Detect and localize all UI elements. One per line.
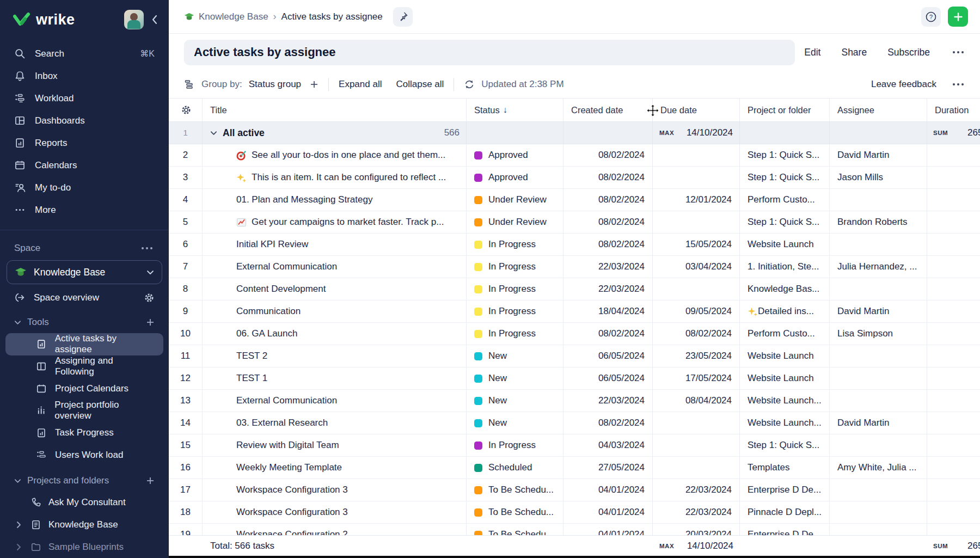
table-row[interactable]: 2 See all your to-dos in one place and g… bbox=[169, 144, 980, 167]
task-created-date-cell[interactable]: 04/01/2024 bbox=[564, 479, 653, 501]
task-assignee-cell[interactable] bbox=[830, 390, 927, 412]
task-duration-cell[interactable] bbox=[927, 234, 980, 256]
task-status-cell[interactable]: To Be Schedu... bbox=[467, 501, 564, 524]
user-avatar[interactable] bbox=[124, 10, 144, 29]
task-assignee-cell[interactable]: David Martin bbox=[830, 301, 927, 323]
sidebar-item-sample-blueprints[interactable]: Sample Blueprints bbox=[0, 536, 169, 558]
task-assignee-cell[interactable]: David Martin bbox=[830, 144, 927, 167]
task-due-date-cell[interactable]: 08/02/2024 bbox=[653, 323, 740, 345]
task-title-cell[interactable]: Initial KPI Review bbox=[203, 234, 467, 256]
report-title-input[interactable]: Active tasks by assignee bbox=[184, 40, 795, 65]
task-status-cell[interactable]: New bbox=[467, 345, 564, 367]
sidebar-item-search[interactable]: Search ⌘K bbox=[0, 42, 169, 65]
sidebar-item-task-progress[interactable]: Task Progress bbox=[5, 422, 163, 444]
task-duration-cell[interactable] bbox=[927, 167, 980, 189]
task-title-cell[interactable]: 03. External Research bbox=[203, 412, 467, 434]
chevron-right-icon[interactable] bbox=[16, 521, 21, 529]
leave-feedback-button[interactable]: Leave feedback bbox=[871, 79, 936, 90]
task-due-date-cell[interactable] bbox=[653, 412, 740, 434]
table-settings-cell[interactable] bbox=[169, 99, 203, 121]
task-project-cell[interactable]: Step 1: Quick S... bbox=[740, 167, 830, 189]
task-created-date-cell[interactable]: 06/05/2024 bbox=[564, 345, 653, 367]
task-project-cell[interactable]: Templates bbox=[740, 457, 830, 479]
task-project-cell[interactable]: Step 1: Quick S... bbox=[740, 211, 830, 234]
sidebar-item-active-tasks-by-assignee[interactable]: Active tasks by assignee bbox=[5, 333, 163, 355]
task-duration-cell[interactable] bbox=[927, 144, 980, 167]
task-assignee-cell[interactable] bbox=[830, 234, 927, 256]
pin-button[interactable] bbox=[393, 7, 413, 27]
task-assignee-cell[interactable] bbox=[830, 367, 927, 390]
task-assignee-cell[interactable] bbox=[830, 479, 927, 501]
sidebar-item-assigning-and-following[interactable]: Assigning and Following bbox=[5, 355, 163, 378]
task-due-date-cell[interactable]: 08/04/2024 bbox=[653, 390, 740, 412]
task-status-cell[interactable]: In Progress bbox=[467, 301, 564, 323]
task-assignee-cell[interactable]: Brandon Roberts bbox=[830, 211, 927, 234]
column-header-title[interactable]: Title bbox=[203, 99, 467, 121]
refresh-icon[interactable] bbox=[464, 79, 475, 90]
sidebar-item-more[interactable]: More bbox=[0, 199, 169, 221]
task-status-cell[interactable]: Under Review bbox=[467, 189, 564, 211]
task-duration-cell[interactable] bbox=[927, 345, 980, 367]
title-more-menu-icon[interactable] bbox=[951, 49, 966, 56]
task-created-date-cell[interactable]: 27/05/2024 bbox=[564, 457, 653, 479]
column-header-created-date[interactable]: Created date bbox=[564, 99, 653, 121]
task-due-date-cell[interactable] bbox=[653, 211, 740, 234]
task-status-cell[interactable]: In Progress bbox=[467, 323, 564, 345]
sidebar-item-reports[interactable]: Reports bbox=[0, 132, 169, 154]
breadcrumb-space-link[interactable]: Knowledge Base bbox=[184, 11, 268, 22]
task-status-cell[interactable]: In Progress bbox=[467, 278, 564, 301]
task-project-cell[interactable]: Enterprise D De... bbox=[740, 479, 830, 501]
table-row[interactable]: 3 This is an item. It can be configured … bbox=[169, 167, 980, 189]
table-row[interactable]: 9 Communication In Progress 18/04/2024 0… bbox=[169, 301, 980, 323]
table-row[interactable]: 10 06. GA Launch In Progress 08/02/2024 … bbox=[169, 323, 980, 345]
sidebar-item-project-calendars[interactable]: Project Calendars bbox=[5, 377, 163, 400]
task-title-cell[interactable]: Content Development bbox=[203, 278, 467, 301]
task-assignee-cell[interactable]: Lisa Simpson bbox=[830, 323, 927, 345]
task-created-date-cell[interactable]: 18/04/2024 bbox=[564, 301, 653, 323]
task-due-date-cell[interactable] bbox=[653, 457, 740, 479]
task-status-cell[interactable]: Under Review bbox=[467, 211, 564, 234]
task-duration-cell[interactable] bbox=[927, 412, 980, 434]
toolbar-more-menu-icon[interactable] bbox=[951, 81, 966, 88]
column-header-assignee[interactable]: Assignee bbox=[830, 99, 927, 121]
help-button[interactable]: ? bbox=[921, 7, 941, 27]
task-project-cell[interactable]: Website Launch bbox=[740, 345, 830, 367]
table-row[interactable]: 12 TEST 1 New 06/05/2024 17/05/2024 Webs… bbox=[169, 367, 980, 390]
column-header-status[interactable]: Status↓ bbox=[467, 99, 564, 121]
task-created-date-cell[interactable]: 08/02/2024 bbox=[564, 144, 653, 167]
task-assignee-cell[interactable]: Amy White, Julia ... bbox=[830, 457, 927, 479]
task-due-date-cell[interactable]: 22/03/2024 bbox=[653, 479, 740, 501]
task-project-cell[interactable]: Website Launch bbox=[740, 234, 830, 256]
task-created-date-cell[interactable]: 08/02/2024 bbox=[564, 189, 653, 211]
task-project-cell[interactable]: Website Launch bbox=[740, 367, 830, 390]
space-menu-icon[interactable] bbox=[139, 245, 155, 252]
sidebar-item-my-todo[interactable]: My to-do bbox=[0, 176, 169, 199]
task-created-date-cell[interactable]: 04/03/2024 bbox=[564, 434, 653, 457]
task-status-cell[interactable]: Approved bbox=[467, 167, 564, 189]
task-duration-cell[interactable] bbox=[927, 367, 980, 390]
task-status-cell[interactable]: New bbox=[467, 367, 564, 390]
task-project-cell[interactable]: Pinnacle D Depl... bbox=[740, 501, 830, 524]
table-row[interactable]: 6 Initial KPI Review In Progress 08/02/2… bbox=[169, 234, 980, 256]
task-due-date-cell[interactable] bbox=[653, 144, 740, 167]
task-status-cell[interactable]: New bbox=[467, 412, 564, 434]
task-assignee-cell[interactable] bbox=[830, 345, 927, 367]
table-row[interactable]: 4 01. Plan and Messaging Strategy Under … bbox=[169, 189, 980, 211]
space-selector[interactable]: Knowledge Base bbox=[7, 260, 162, 285]
task-created-date-cell[interactable]: 08/02/2024 bbox=[564, 323, 653, 345]
task-created-date-cell[interactable]: 04/01/2024 bbox=[564, 501, 653, 524]
subscribe-button[interactable]: Subscribe bbox=[887, 47, 930, 58]
table-row[interactable]: 15 Review with Digital Team In Progress … bbox=[169, 434, 980, 457]
group-by-icon[interactable] bbox=[184, 79, 195, 90]
task-assignee-cell[interactable]: David Martin bbox=[830, 412, 927, 434]
table-row[interactable]: 11 TEST 2 New 06/05/2024 23/05/2024 Webs… bbox=[169, 345, 980, 367]
task-title-cell[interactable]: Workspace Configuration 3 bbox=[203, 479, 467, 501]
task-duration-cell[interactable] bbox=[927, 278, 980, 301]
task-duration-cell[interactable] bbox=[927, 390, 980, 412]
sidebar-item-inbox[interactable]: Inbox bbox=[0, 65, 169, 87]
task-due-date-cell[interactable] bbox=[653, 278, 740, 301]
task-assignee-cell[interactable] bbox=[830, 278, 927, 301]
column-header-duration[interactable]: Duration bbox=[927, 99, 980, 121]
edit-button[interactable]: Edit bbox=[804, 47, 820, 58]
task-title-cell[interactable]: Weekly Meeting Template bbox=[203, 457, 467, 479]
